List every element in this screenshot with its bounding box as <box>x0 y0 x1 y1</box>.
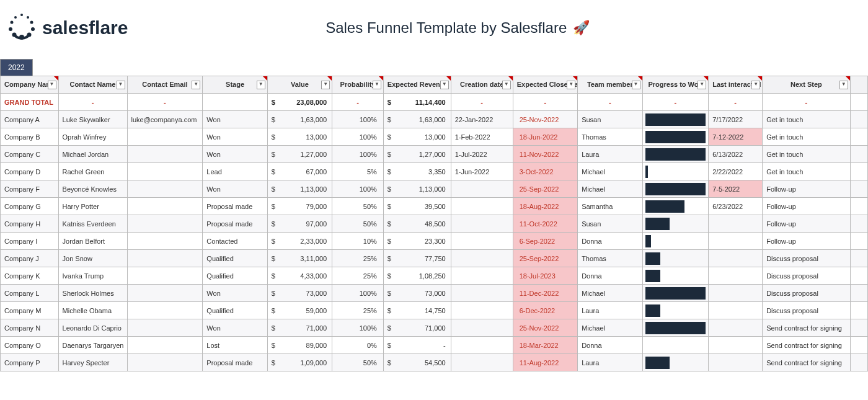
table-row[interactable]: Company DRachel GreenLead$67,0005%$3,350… <box>1 163 868 180</box>
table-row[interactable]: Company PHarvey SpecterProposal made$1,0… <box>1 354 868 371</box>
progress-bar <box>645 270 660 282</box>
cell-contact: Sherlock Holmes <box>58 285 127 302</box>
table-row[interactable]: Company IJordan BelfortContacted$2,33,00… <box>1 233 868 250</box>
filter-dropdown-icon[interactable]: ▼ <box>751 81 760 89</box>
filter-dropdown-icon[interactable]: ▼ <box>567 81 575 89</box>
cell-value: $67,000 <box>267 163 332 180</box>
cell-progress <box>642 319 709 337</box>
filter-dropdown-icon[interactable]: ▼ <box>839 81 848 89</box>
cell-stage: Won <box>203 285 267 302</box>
year-tab[interactable]: 2022 <box>0 59 33 76</box>
cell-next-step: Get in touch <box>763 128 850 146</box>
cell-company: Company C <box>1 146 59 163</box>
table-row[interactable]: Company LSherlock HolmesWon$73,000100%$7… <box>1 285 868 302</box>
cell-expected-close-date: 11-Aug-2022 <box>513 354 577 371</box>
cell-next-step: Send contract for signing <box>763 319 850 337</box>
table-row[interactable]: Company ALuke Skywalkerluke@companya.com… <box>1 111 868 128</box>
table-row[interactable]: Company NLeonardo Di CaprioWon$71,000100… <box>1 319 868 337</box>
filter-dropdown-icon[interactable]: ▼ <box>440 81 449 89</box>
column-header[interactable]: Value▼ <box>267 76 332 94</box>
progress-bar <box>645 131 706 143</box>
cell-creation-date <box>451 337 513 354</box>
column-label: Creation date <box>460 81 503 88</box>
cell-progress <box>642 163 709 180</box>
column-header[interactable]: Company Name▼ <box>1 76 59 94</box>
cell-contact: Luke Skywalker <box>58 111 127 128</box>
column-header[interactable]: Stage▼ <box>203 76 267 94</box>
table-row[interactable]: Company FBeyoncé KnowlesWon$1,13,000100%… <box>1 180 868 198</box>
column-header[interactable]: Expected Close Date▼ <box>513 76 577 94</box>
cell-stage: Proposal made <box>203 215 267 233</box>
sales-table: Company Name▼Contact Name▼Contact Email▼… <box>0 76 868 371</box>
gt-empty <box>850 94 867 111</box>
filter-dropdown-icon[interactable]: ▼ <box>632 81 640 89</box>
filter-dropdown-icon[interactable]: ▼ <box>321 81 330 89</box>
filter-dropdown-icon[interactable]: ▼ <box>117 81 125 89</box>
cell-empty <box>850 267 867 285</box>
cell-company: Company L <box>1 285 59 302</box>
table-row[interactable]: Company ODaenarys TargaryenLost$89,0000%… <box>1 337 868 354</box>
grand-total-label: GRAND TOTAL <box>1 94 59 111</box>
filter-dropdown-icon[interactable]: ▼ <box>192 81 200 89</box>
column-header[interactable]: Expected Revenue▼ <box>383 76 451 94</box>
cell-expected-close-date: 6-Sep-2022 <box>513 233 577 250</box>
cell-next-step: Follow-up <box>763 215 850 233</box>
svg-point-5 <box>11 21 14 24</box>
cell-probability: 100% <box>332 180 384 198</box>
progress-bar <box>645 183 706 195</box>
cell-value: $97,000 <box>267 215 332 233</box>
filter-dropdown-icon[interactable]: ▼ <box>257 81 265 89</box>
filter-dropdown-icon[interactable]: ▼ <box>373 81 381 89</box>
cell-contact: Michael Jordan <box>58 146 127 163</box>
gt-dash: - <box>332 94 384 111</box>
cell-revenue: $1,63,000 <box>383 111 451 128</box>
column-header[interactable]: Creation date▼ <box>451 76 513 94</box>
cell-stage: Lead <box>203 163 267 180</box>
cell-team-member: Donna <box>578 233 642 250</box>
progress-bar <box>645 113 706 126</box>
filter-dropdown-icon[interactable]: ▼ <box>48 81 56 89</box>
cell-contact: Harvey Specter <box>58 354 127 371</box>
column-header[interactable]: Next Step▼ <box>763 76 850 94</box>
table-row[interactable]: Company BOprah WinfreyWon$13,000100%$13,… <box>1 128 868 146</box>
column-header[interactable]: Contact Email▼ <box>127 76 203 94</box>
cell-last-interacted: 7-5-2022 <box>709 180 763 198</box>
cell-email <box>127 180 203 198</box>
filter-dropdown-icon[interactable]: ▼ <box>502 81 511 89</box>
cell-last-interacted <box>709 337 763 354</box>
table-row[interactable]: Company KIvanka TrumpQualified$4,33,0002… <box>1 267 868 285</box>
cell-empty <box>850 146 867 163</box>
cell-value: $59,000 <box>267 302 332 319</box>
cell-revenue: $48,500 <box>383 215 451 233</box>
cell-expected-close-date: 25-Sep-2022 <box>513 180 577 198</box>
cell-progress <box>642 233 709 250</box>
table-row[interactable]: Company JJon SnowQualified$3,11,00025%$7… <box>1 250 868 267</box>
column-header[interactable]: Contact Name▼ <box>58 76 127 94</box>
table-row[interactable]: Company MMichelle ObamaQualified$59,0002… <box>1 302 868 319</box>
cell-email <box>127 285 203 302</box>
column-header[interactable]: Probability▼ <box>332 76 384 94</box>
cell-creation-date <box>451 354 513 371</box>
cell-team-member: Michael <box>578 180 642 198</box>
column-header[interactable]: Team member▼ <box>578 76 642 94</box>
cell-email: luke@companya.com <box>127 111 203 128</box>
cell-progress <box>642 111 709 128</box>
table-row[interactable]: Company HKatniss EverdeenProposal made$9… <box>1 215 868 233</box>
cell-progress <box>642 354 709 371</box>
cell-next-step: Discuss proposal <box>763 285 850 302</box>
svg-point-8 <box>27 16 29 19</box>
cell-creation-date <box>451 198 513 215</box>
column-header[interactable]: Progress to Won▼ <box>642 76 709 94</box>
cell-progress <box>642 302 709 319</box>
cell-company: Company B <box>1 128 59 146</box>
cell-team-member: Donna <box>578 267 642 285</box>
cell-progress <box>642 250 709 267</box>
column-header[interactable]: Last interacted▼ <box>709 76 763 94</box>
cell-company: Company P <box>1 354 59 371</box>
cell-team-member: Thomas <box>578 128 642 146</box>
cell-contact: Jon Snow <box>58 250 127 267</box>
table-row[interactable]: Company CMichael JordanWon$1,27,000100%$… <box>1 146 868 163</box>
cell-stage: Qualified <box>203 302 267 319</box>
filter-dropdown-icon[interactable]: ▼ <box>698 81 706 89</box>
table-row[interactable]: Company GHarry PotterProposal made$79,00… <box>1 198 868 215</box>
